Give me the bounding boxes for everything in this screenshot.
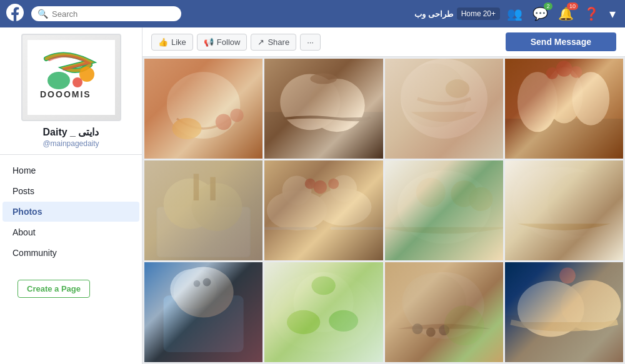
svg-rect-55 <box>164 295 244 352</box>
svg-point-75 <box>518 281 584 337</box>
search-bar[interactable]: 🔍 <box>31 6 181 21</box>
friend-requests-button[interactable]: 👥 <box>504 5 526 22</box>
svg-point-15 <box>311 73 338 84</box>
photo-grid <box>142 57 625 364</box>
main-container: DOOOMIS دایتی _ Daity @mainpagedaity Hom… <box>0 27 625 364</box>
svg-rect-44 <box>385 160 503 260</box>
messages-button[interactable]: 💬 2 <box>529 5 551 22</box>
help-button[interactable]: ❓ <box>581 5 602 22</box>
svg-point-68 <box>402 273 466 332</box>
sidebar-item-about[interactable]: About <box>2 222 139 242</box>
svg-rect-34 <box>264 160 382 260</box>
svg-point-62 <box>294 272 354 332</box>
messages-badge: 2 <box>544 2 552 10</box>
svg-rect-42 <box>264 227 317 230</box>
photo-cell-12[interactable] <box>505 262 623 362</box>
nav-user-text: طراحی وب <box>414 9 453 19</box>
svg-point-47 <box>416 178 445 207</box>
svg-point-19 <box>445 79 469 98</box>
share-button[interactable]: ↗ Share <box>251 34 296 51</box>
svg-point-53 <box>548 172 614 235</box>
svg-point-49 <box>469 187 492 211</box>
svg-rect-60 <box>264 262 382 362</box>
svg-point-51 <box>518 167 611 240</box>
svg-point-76 <box>561 280 621 331</box>
sidebar-item-posts[interactable]: Posts <box>2 181 139 201</box>
more-actions-button[interactable]: ··· <box>300 34 321 51</box>
svg-point-52 <box>512 167 582 234</box>
svg-rect-5 <box>144 59 262 159</box>
facebook-logo <box>6 4 24 24</box>
sidebar-item-home[interactable]: Home <box>2 160 139 180</box>
svg-point-63 <box>287 310 320 334</box>
photo-cell-4[interactable] <box>505 59 623 159</box>
notifications-button[interactable]: 🔔 10 <box>555 5 577 22</box>
svg-rect-73 <box>505 262 623 362</box>
svg-point-37 <box>282 176 312 205</box>
svg-point-23 <box>546 67 583 124</box>
photo-cell-9[interactable] <box>144 262 262 362</box>
svg-point-59 <box>194 280 201 287</box>
profile-picture: DOOOMIS <box>21 34 121 121</box>
svg-point-57 <box>170 269 217 309</box>
photo-cell-7[interactable] <box>385 160 503 260</box>
follow-button[interactable]: 📢 Follow <box>197 34 248 51</box>
svg-point-17 <box>401 59 488 139</box>
profile-pic-area: DOOOMIS دایتی _ Daity @mainpagedaity <box>0 27 142 155</box>
like-button[interactable]: 👍 Like <box>151 34 193 51</box>
svg-point-38 <box>331 175 358 202</box>
sidebar-item-photos[interactable]: Photos <box>2 202 139 222</box>
svg-point-27 <box>570 66 582 78</box>
svg-point-2 <box>48 72 70 89</box>
svg-point-8 <box>216 114 232 130</box>
svg-point-77 <box>559 268 576 284</box>
svg-rect-28 <box>144 160 262 260</box>
svg-text:DOOOMIS: DOOOMIS <box>40 89 91 99</box>
svg-point-25 <box>556 61 572 77</box>
create-page-button[interactable]: Create a Page <box>18 280 90 298</box>
svg-point-1 <box>79 67 94 82</box>
svg-point-61 <box>271 272 378 352</box>
photo-cell-5[interactable] <box>144 160 262 260</box>
follow-icon: 📢 <box>204 37 214 47</box>
notifications-badge: 10 <box>567 2 578 10</box>
svg-rect-74 <box>505 315 623 362</box>
profile-name: دایتی _ Daity <box>43 126 99 138</box>
svg-point-72 <box>444 305 484 345</box>
svg-point-40 <box>305 179 316 189</box>
svg-rect-43 <box>331 227 383 230</box>
svg-point-56 <box>174 267 234 317</box>
home-nav-button[interactable]: Home 20+ <box>457 7 500 20</box>
photo-cell-3[interactable] <box>385 59 503 159</box>
svg-rect-50 <box>505 160 623 260</box>
search-icon: 🔍 <box>38 9 48 19</box>
photo-cell-10[interactable] <box>264 262 382 362</box>
photo-cell-8[interactable] <box>505 160 623 260</box>
create-page-area: Create a Page <box>0 268 142 309</box>
search-input[interactable] <box>52 9 175 19</box>
svg-rect-32 <box>194 174 199 200</box>
svg-point-41 <box>328 179 339 189</box>
account-menu-button[interactable]: ▾ <box>606 5 619 22</box>
svg-point-10 <box>172 118 201 139</box>
svg-point-64 <box>329 310 358 332</box>
action-bar: 👍 Like 📢 Follow ↗ Share ··· Send Message <box>142 27 625 57</box>
svg-rect-11 <box>264 59 382 159</box>
svg-rect-54 <box>144 262 262 362</box>
sidebar-item-community[interactable]: Community <box>2 243 139 263</box>
sidebar: DOOOMIS دایتی _ Daity @mainpagedaity Hom… <box>0 27 142 364</box>
photo-cell-6[interactable] <box>264 160 382 260</box>
send-message-button[interactable]: Send Message <box>506 32 616 51</box>
photo-cell-1[interactable] <box>144 59 262 159</box>
svg-point-13 <box>281 74 341 130</box>
top-navigation: 🔍 طراحی وب Home 20+ 👥 💬 2 🔔 10 ❓ ▾ <box>0 0 625 27</box>
svg-point-36 <box>316 189 372 226</box>
photo-cell-2[interactable] <box>264 59 382 159</box>
svg-point-31 <box>191 183 242 231</box>
svg-point-39 <box>314 180 327 194</box>
photo-cell-11[interactable] <box>385 262 503 362</box>
main-content: 👍 Like 📢 Follow ↗ Share ··· Send Message <box>142 27 625 364</box>
svg-point-9 <box>230 109 243 122</box>
svg-point-22 <box>518 72 558 132</box>
svg-point-30 <box>164 179 217 229</box>
